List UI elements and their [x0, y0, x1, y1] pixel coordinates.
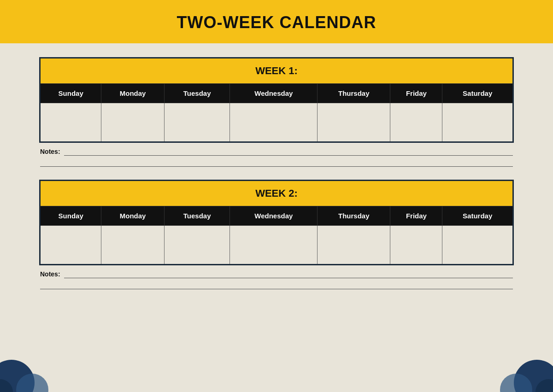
week1-cell-sunday[interactable] [40, 103, 101, 142]
week1-notes-row1: Notes: [40, 147, 513, 156]
week1-label: WEEK 1: [40, 58, 513, 84]
week1-friday: Friday [390, 84, 442, 103]
week2-tuesday: Tuesday [164, 206, 230, 226]
week2-thursday: Thursday [318, 206, 390, 226]
week2-notes: Notes: [39, 270, 514, 289]
week2-cell-wednesday[interactable] [230, 226, 318, 265]
week2-notes-line1[interactable] [64, 270, 513, 278]
week2-cell-friday[interactable] [390, 226, 442, 265]
main-content: WEEK 1: Sunday Monday Tuesday Wednesday … [0, 43, 553, 311]
week2-friday: Friday [390, 206, 442, 226]
week1-cell-tuesday[interactable] [164, 103, 230, 142]
week2-monday: Monday [101, 206, 164, 226]
week1-table: WEEK 1: Sunday Monday Tuesday Wednesday … [39, 57, 514, 143]
week2-notes-label: Notes: [40, 270, 60, 278]
week2-section: WEEK 2: Sunday Monday Tuesday Wednesday … [39, 180, 514, 289]
week2-saturday: Saturday [442, 206, 513, 226]
week2-notes-row1: Notes: [40, 270, 513, 278]
week1-cell-monday[interactable] [101, 103, 164, 142]
week2-table: WEEK 2: Sunday Monday Tuesday Wednesday … [39, 180, 514, 265]
deco-bottom-left [0, 346, 51, 392]
week2-notes-line2[interactable] [40, 283, 513, 289]
week1-cell-friday[interactable] [390, 103, 442, 142]
week2-cell-saturday[interactable] [442, 226, 513, 265]
week1-cell-wednesday[interactable] [230, 103, 318, 142]
week2-cell-thursday[interactable] [318, 226, 390, 265]
week1-notes-line1[interactable] [64, 147, 513, 156]
week1-notes-label: Notes: [40, 148, 60, 155]
week1-header-row: WEEK 1: [40, 58, 513, 84]
deco-bottom-right [498, 346, 553, 392]
week2-cells-row [40, 226, 513, 265]
week2-header-row: WEEK 2: [40, 181, 513, 206]
page-title: TWO-WEEK CALENDAR [177, 13, 377, 32]
week2-days-row: Sunday Monday Tuesday Wednesday Thursday… [40, 206, 513, 226]
week1-sunday: Sunday [40, 84, 101, 103]
week1-wednesday: Wednesday [230, 84, 318, 103]
week2-cell-monday[interactable] [101, 226, 164, 265]
week1-section: WEEK 1: Sunday Monday Tuesday Wednesday … [39, 57, 514, 167]
week1-notes: Notes: [39, 147, 514, 167]
week1-days-row: Sunday Monday Tuesday Wednesday Thursday… [40, 84, 513, 103]
week1-cells-row [40, 103, 513, 142]
week2-cell-tuesday[interactable] [164, 226, 230, 265]
week1-thursday: Thursday [318, 84, 390, 103]
week2-cell-sunday[interactable] [40, 226, 101, 265]
week1-tuesday: Tuesday [164, 84, 230, 103]
week1-saturday: Saturday [442, 84, 513, 103]
week1-notes-line2[interactable] [40, 160, 513, 167]
week2-label: WEEK 2: [40, 181, 513, 206]
page-header: TWO-WEEK CALENDAR [0, 0, 553, 43]
week1-cell-thursday[interactable] [318, 103, 390, 142]
week1-monday: Monday [101, 84, 164, 103]
week2-sunday: Sunday [40, 206, 101, 226]
week1-cell-saturday[interactable] [442, 103, 513, 142]
week2-wednesday: Wednesday [230, 206, 318, 226]
